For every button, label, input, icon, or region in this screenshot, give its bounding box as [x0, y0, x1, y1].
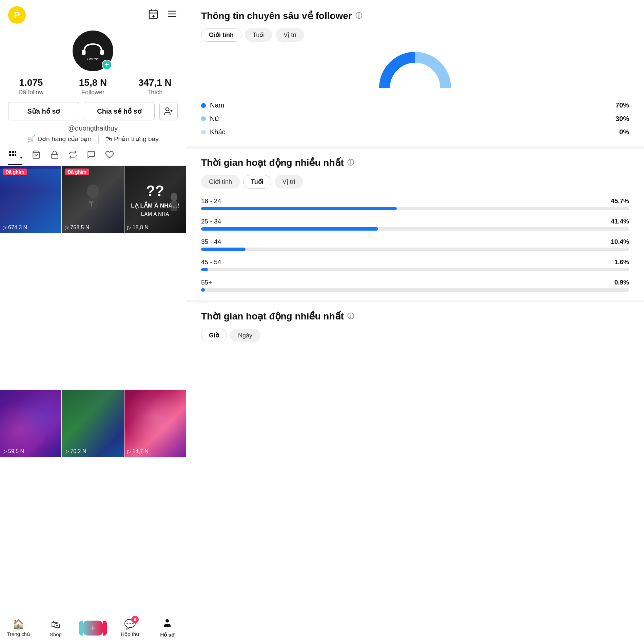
svg-rect-25 — [89, 198, 97, 210]
likes-count: 347,1 N — [138, 77, 172, 88]
following-count: 1.075 — [19, 77, 43, 88]
orders-label: Đơn hàng của bạn — [37, 135, 92, 143]
view-count-5: ▷ 70,2 N — [65, 448, 86, 454]
gender-pct-female: 30% — [616, 115, 629, 123]
calendar-add-icon[interactable] — [148, 8, 159, 22]
nav-shop-label: Shop — [50, 631, 62, 637]
age-header-45-54: 45 - 54 1.6% — [201, 258, 629, 266]
filter-tab-age[interactable]: Tuổi — [245, 28, 272, 42]
share-profile-button[interactable]: Chia sẻ hồ sơ — [84, 102, 155, 120]
bar-fill-35-44 — [201, 248, 246, 251]
filter-tab-gender[interactable]: Giới tính — [201, 28, 241, 42]
tab-repost[interactable] — [69, 148, 77, 164]
showcase-link[interactable]: 🛍 Phần trưng bày — [105, 135, 159, 143]
time-filter-gio[interactable]: Giờ — [201, 329, 227, 342]
filter-tab-location[interactable]: Vị trí — [276, 28, 304, 42]
video-cell-1[interactable]: Đã ghim ▷ 674,3 N — [0, 166, 61, 233]
following-label: Đã follow — [18, 89, 43, 96]
nav-home[interactable]: 🏠 Trang chủ — [5, 619, 32, 637]
video-cell-6[interactable]: ▷ 14,7 N — [124, 390, 186, 457]
right-panel: Thông tin chuyên sâu về follower ⓘ Giới … — [186, 0, 644, 644]
bottom-nav: 🏠 Trang chủ 🛍 Shop + 💬 6 Hộp thư Hồ s — [0, 613, 186, 644]
nav-add[interactable]: + — [79, 621, 106, 636]
nav-shop[interactable]: 🛍 Shop — [42, 619, 69, 637]
svg-rect-11 — [100, 50, 104, 55]
tab-locked[interactable] — [50, 148, 59, 164]
view-count-1: ▷ 674,3 N — [3, 224, 27, 231]
shop-row: 🛒 Đơn hàng của bạn 🛍 Phần trưng bày — [0, 134, 186, 146]
left-panel: P — [0, 0, 186, 644]
stats-row: 1.075 Đã follow 15,8 N Follower 347,1 N … — [0, 71, 186, 97]
active-time-section-2: Thời gian hoạt động nhiều nhất ⓘ Giờ Ngà… — [201, 311, 629, 342]
video-cell-2[interactable]: Đã ghim ▷ 758,5 N — [62, 166, 123, 233]
gender-label-female: Nữ — [201, 115, 228, 123]
section-divider-1 — [186, 146, 644, 149]
avatar-section: Gmusic + — [0, 27, 186, 71]
follower-insight-title: Thông tin chuyên sâu về follower ⓘ — [201, 10, 629, 21]
add-friend-button[interactable] — [159, 102, 178, 120]
active-filter-tabs-1: Giới tính Tuổi Vị trí — [201, 175, 629, 189]
bar-fill-18-24 — [201, 207, 397, 210]
tab-videos[interactable]: ▾ — [8, 148, 22, 164]
showcase-label: Phần trưng bày — [114, 135, 159, 143]
bar-track-55plus — [201, 288, 629, 292]
top-bar: P — [0, 0, 186, 27]
follower-insight-section: Thông tin chuyên sâu về follower ⓘ Giới … — [201, 10, 629, 136]
info-icon-3: ⓘ — [347, 312, 354, 321]
tab-shop[interactable] — [32, 148, 41, 164]
add-photo-button[interactable]: + — [102, 60, 112, 70]
gender-row-other: Khác 0% — [201, 128, 629, 136]
view-count-3: ▷ 18,8 N — [127, 224, 149, 231]
nav-inbox[interactable]: 💬 6 Hộp thư — [117, 619, 144, 637]
video-cell-4[interactable]: ▷ 59,5 N — [0, 390, 61, 457]
svg-rect-18 — [15, 151, 16, 153]
nav-inbox-label: Hộp thư — [121, 631, 139, 637]
video-cell-3[interactable]: ?? LẠ LẮM À NHA...! LAM A NHA ▷ 18,8 N — [124, 166, 186, 233]
cart-icon: 🛒 — [27, 135, 35, 143]
shop-icon: 🛍 — [51, 619, 60, 630]
active-filter-age[interactable]: Tuổi — [243, 175, 271, 189]
bar-fill-55plus — [201, 288, 205, 292]
inbox-wrap: 💬 6 — [124, 619, 136, 630]
gender-pct-male: 70% — [616, 101, 629, 109]
age-group-25-34: 25 - 34 41.4% — [201, 218, 629, 231]
play-icon-5: ▷ — [65, 448, 69, 454]
dot-male — [201, 103, 206, 108]
svg-rect-10 — [82, 50, 86, 55]
svg-point-30 — [165, 619, 169, 623]
view-count-4: ▷ 59,5 N — [3, 448, 24, 454]
active-filter-gender[interactable]: Giới tính — [201, 175, 240, 189]
gender-row-male: Nam 70% — [201, 101, 629, 109]
avatar-wrap: Gmusic + — [73, 31, 113, 71]
likes-stat: 347,1 N Thích — [124, 77, 186, 96]
add-button[interactable]: + — [83, 621, 103, 636]
svg-rect-16 — [9, 151, 11, 153]
tab-tagged[interactable] — [87, 148, 96, 164]
content-tab-row: ▾ — [0, 146, 186, 166]
play-icon-1: ▷ — [3, 224, 7, 231]
active-filter-location[interactable]: Vị trí — [275, 175, 303, 189]
time-filter-ngay[interactable]: Ngày — [230, 329, 260, 342]
age-groups: 18 - 24 45.7% 25 - 34 41.4% 35 - 44 — [201, 197, 629, 292]
orders-link[interactable]: 🛒 Đơn hàng của bạn — [27, 135, 92, 143]
donut-chart — [201, 51, 629, 95]
gender-pct-other: 0% — [619, 128, 629, 136]
menu-icon[interactable] — [167, 8, 178, 22]
bar-fill-25-34 — [201, 227, 378, 231]
tab-liked[interactable] — [105, 148, 114, 164]
bar-fill-45-54 — [201, 268, 208, 271]
nav-profile[interactable]: Hồ sơ — [154, 618, 181, 638]
svg-point-27 — [89, 201, 94, 203]
svg-rect-23 — [51, 154, 58, 158]
gender-label-male: Nam — [201, 101, 228, 109]
likes-label: Thích — [147, 89, 162, 96]
active-filter-tabs-2: Giờ Ngày — [201, 329, 629, 342]
video-cell-5[interactable]: ▷ 70,2 N — [62, 390, 123, 457]
active-time-title-1: Thời gian hoạt động nhiều nhất ⓘ — [201, 157, 629, 168]
gender-stats: Nam 70% Nữ 30% Khác 0% — [201, 101, 629, 136]
edit-profile-button[interactable]: Sửa hồ sơ — [8, 102, 79, 120]
svg-point-24 — [87, 184, 99, 198]
svg-rect-19 — [9, 154, 11, 156]
svg-text:Gmusic: Gmusic — [87, 57, 99, 61]
top-bar-icons — [148, 8, 178, 22]
